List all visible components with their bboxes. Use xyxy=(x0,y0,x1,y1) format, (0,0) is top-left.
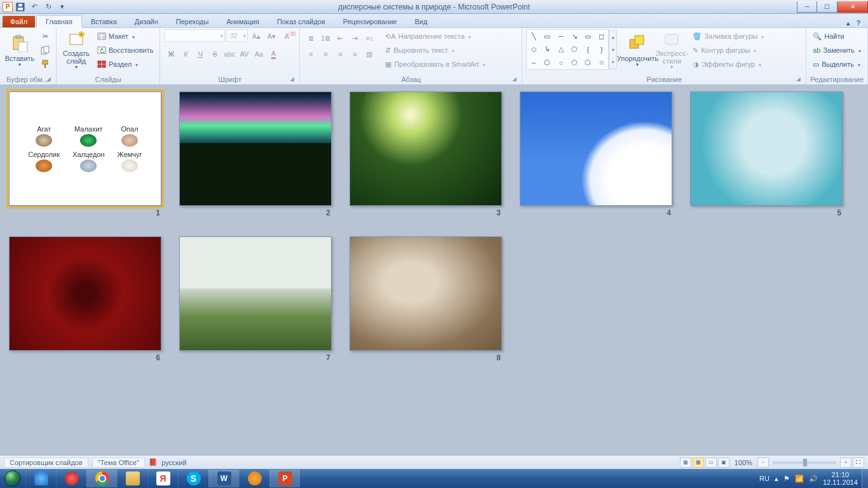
slide-thumb-2[interactable]: 2 xyxy=(179,92,332,217)
tab-slideshow[interactable]: Показ слайдов xyxy=(268,16,334,27)
font-name-combo[interactable] xyxy=(164,29,225,42)
tray-network-icon[interactable]: 📶 xyxy=(795,475,804,483)
taskbar-skype[interactable]: S xyxy=(178,470,208,487)
taskbar-ie[interactable] xyxy=(25,470,56,487)
shape-effects-button[interactable]: ◑Эффекты фигур xyxy=(690,57,766,71)
taskbar-yandex[interactable]: Я xyxy=(147,470,178,487)
taskbar-opera[interactable] xyxy=(56,470,86,487)
format-painter-button[interactable] xyxy=(38,57,52,71)
redo-button[interactable]: ↻ xyxy=(42,1,55,13)
slide-thumb-1[interactable]: Агат Малахит Опал Сердолик Халцедон Жемч… xyxy=(9,92,161,217)
columns-button[interactable]: ▥ xyxy=(362,47,376,61)
undo-button[interactable]: ↶ xyxy=(28,1,41,13)
smartart-button[interactable]: ▦Преобразовать в SmartArt xyxy=(383,57,487,71)
tray-volume-icon[interactable]: 🔊 xyxy=(809,475,818,483)
align-left-button[interactable]: ≡ xyxy=(304,47,318,61)
indent-button[interactable]: ⇥ xyxy=(348,31,362,45)
tab-review[interactable]: Рецензирование xyxy=(334,16,406,27)
find-button[interactable]: 🔍Найти xyxy=(810,29,864,43)
taskbar-explorer[interactable] xyxy=(117,470,147,487)
gallery-up-icon[interactable]: ▲ xyxy=(609,30,616,43)
taskbar-word[interactable]: W xyxy=(208,470,239,487)
tab-transitions[interactable]: Переходы xyxy=(167,16,218,27)
paragraph-dialog-icon[interactable]: ◢ xyxy=(510,76,518,83)
case-button[interactable]: Aa xyxy=(252,47,266,61)
shadow-button[interactable]: abc xyxy=(222,47,236,61)
taskbar-powerpoint[interactable]: P xyxy=(269,470,300,487)
tab-design[interactable]: Дизайн xyxy=(126,16,167,27)
tab-animation[interactable]: Анимация xyxy=(217,16,268,27)
slide-sorter[interactable]: Агат Малахит Опал Сердолик Халцедон Жемч… xyxy=(0,85,868,451)
gallery-down-icon[interactable]: ▼ xyxy=(609,43,616,56)
normal-view-button[interactable]: ▦ xyxy=(680,458,691,468)
new-slide-button[interactable]: Создать слайд▾ xyxy=(60,29,92,71)
italic-button[interactable]: К xyxy=(179,47,193,61)
reset-button[interactable]: Восстановить xyxy=(95,43,156,57)
underline-button[interactable]: Ч xyxy=(193,47,207,61)
bold-button[interactable]: Ж xyxy=(164,47,178,61)
section-button[interactable]: Раздел xyxy=(95,57,156,71)
outdent-button[interactable]: ⇤ xyxy=(333,31,347,45)
justify-button[interactable]: ≡ xyxy=(348,47,362,61)
slideshow-view-button[interactable]: ▣ xyxy=(718,458,729,468)
reading-view-button[interactable]: ▭ xyxy=(705,458,717,468)
shape-outline-button[interactable]: ✎Контур фигуры xyxy=(690,43,766,57)
linespacing-button[interactable]: ≡↕ xyxy=(362,31,376,45)
shapes-gallery[interactable]: ╲▭─↘▭◻ ◇↳△⬠{} ↔⬡○⬠⬡☆ ▲▼▾ xyxy=(526,29,609,70)
tab-view[interactable]: Вид xyxy=(406,16,437,27)
ribbon-minimize-icon[interactable]: ▴ xyxy=(846,19,850,27)
taskbar-chrome[interactable] xyxy=(86,470,117,487)
zoom-value[interactable]: 100% xyxy=(735,459,752,466)
tab-home[interactable]: Главная xyxy=(36,15,82,28)
save-button[interactable] xyxy=(14,1,27,13)
fit-window-button[interactable]: ⛶ xyxy=(853,458,864,468)
font-dialog-icon[interactable]: ◢ xyxy=(288,76,295,83)
spacing-button[interactable]: AV xyxy=(237,47,251,61)
clipboard-dialog-icon[interactable]: ◢ xyxy=(44,76,52,83)
slide-thumb-3[interactable]: 3 xyxy=(349,92,502,217)
select-button[interactable]: ▭Выделить xyxy=(810,57,864,71)
arrange-button[interactable]: Упорядочить▾ xyxy=(621,29,653,71)
sorter-view-button[interactable]: ▦ xyxy=(693,458,704,468)
tray-up-icon[interactable]: ▴ xyxy=(775,475,778,483)
slide-thumb-5[interactable]: 5 xyxy=(690,92,843,217)
slide-thumb-4[interactable]: 4 xyxy=(520,92,672,217)
slide-thumb-8[interactable]: 8 xyxy=(349,236,502,362)
minimize-button[interactable]: ─ xyxy=(797,1,817,13)
tray-clock[interactable]: 21:10 12.11.2014 xyxy=(823,471,858,486)
text-direction-button[interactable]: ⟲AНаправление текста xyxy=(383,29,487,43)
align-right-button[interactable]: ≡ xyxy=(333,47,347,61)
show-desktop-button[interactable] xyxy=(862,469,868,488)
align-center-button[interactable]: ≡ xyxy=(318,47,332,61)
tray-flag-icon[interactable]: ⚑ xyxy=(783,475,790,483)
maximize-button[interactable]: ☐ xyxy=(817,1,837,13)
paste-button[interactable]: Вставить▾ xyxy=(4,29,36,71)
tab-insert[interactable]: Вставка xyxy=(82,16,126,27)
zoom-out-button[interactable]: − xyxy=(757,458,769,468)
replace-button[interactable]: abЗаменить xyxy=(810,43,864,57)
help-icon[interactable]: ? xyxy=(854,18,863,27)
slide-thumb-7[interactable]: 7 xyxy=(179,236,332,362)
grow-font-button[interactable]: A▴ xyxy=(249,29,263,43)
zoom-slider[interactable] xyxy=(773,461,836,464)
copy-button[interactable] xyxy=(38,43,52,57)
qat-customize-button[interactable]: ▾ xyxy=(56,1,69,13)
close-button[interactable]: ✕ xyxy=(837,1,868,13)
strike-button[interactable]: S xyxy=(208,47,222,61)
font-size-combo[interactable]: 32 xyxy=(226,29,248,42)
status-theme[interactable]: "Тема Office" xyxy=(92,458,145,468)
gallery-more-icon[interactable]: ▾ xyxy=(609,56,616,69)
status-lang[interactable]: русский xyxy=(161,459,186,466)
font-color-button[interactable]: A xyxy=(266,47,280,61)
drawing-dialog-icon[interactable]: ◢ xyxy=(794,76,802,83)
taskbar-wmp[interactable] xyxy=(239,470,269,487)
spellcheck-icon[interactable]: 📕 xyxy=(149,458,158,466)
bullets-button[interactable]: ≣ xyxy=(304,31,318,45)
zoom-in-button[interactable]: + xyxy=(840,458,851,468)
layout-button[interactable]: Макет xyxy=(95,29,156,43)
cut-button[interactable]: ✂ xyxy=(38,29,52,43)
quick-styles-button[interactable]: Экспресс-стили▾ xyxy=(656,29,688,71)
slide-thumb-6[interactable]: 6 xyxy=(9,236,161,362)
tab-file[interactable]: Файл xyxy=(3,16,35,27)
clear-format-button[interactable]: A⌫ xyxy=(280,29,294,43)
